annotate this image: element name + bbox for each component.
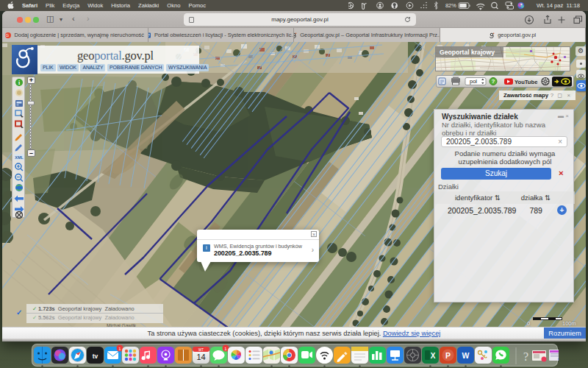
svg-text:?: ? [492, 78, 495, 85]
svg-text:tv: tv [93, 353, 98, 360]
svg-text:YouTube: YouTube [514, 79, 537, 85]
svg-text:X: X [431, 352, 436, 360]
svg-text:pol: pol [470, 78, 477, 85]
svg-text:W: W [462, 351, 470, 360]
svg-text:14: 14 [196, 353, 205, 361]
svg-text:XML: XML [15, 155, 24, 160]
svg-text:WT: WT [198, 348, 204, 352]
svg-text:?: ? [523, 350, 528, 363]
svg-text:82%: 82% [445, 2, 456, 9]
svg-text:P: P [445, 351, 451, 360]
